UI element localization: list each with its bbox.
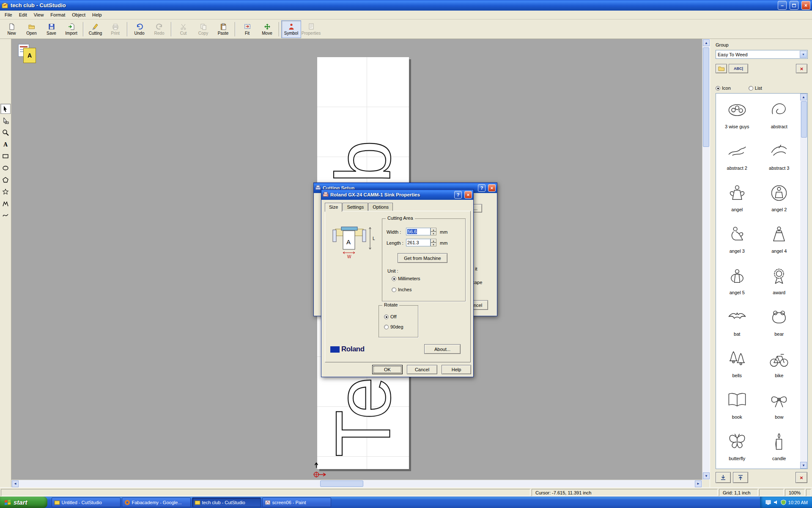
symbol-group-select[interactable]: Easy To Weed ▼ <box>716 50 808 59</box>
rectangle-tool[interactable] <box>0 151 11 161</box>
symbol-item-bat[interactable]: bat <box>716 303 758 344</box>
node-edit-tool[interactable] <box>0 116 11 126</box>
canvas-vertical-scrollbar[interactable]: ▲ ▼ <box>702 39 710 480</box>
zoom-tool[interactable] <box>0 127 11 138</box>
toolbar-button-import[interactable]: Import <box>61 20 81 38</box>
view-icon-radio[interactable]: Icon <box>716 86 731 91</box>
symbol-item-angel-3[interactable]: angel 3 <box>716 220 758 261</box>
vertical-scroll-thumb[interactable] <box>703 47 709 147</box>
menu-view[interactable]: View <box>30 11 47 19</box>
register-symbol-button[interactable] <box>733 472 748 483</box>
taskbar-item-untitled-cutstudio[interactable]: Untitled - CutStudio <box>52 497 121 507</box>
ellipse-tool[interactable] <box>0 163 11 173</box>
scroll-left-icon[interactable]: ◄ <box>12 480 19 487</box>
about-button[interactable]: About... <box>424 344 461 354</box>
length-input[interactable]: 261.3 <box>406 239 431 246</box>
symbol-item-bells[interactable]: bells <box>716 344 758 386</box>
open-symbol-file-button[interactable] <box>716 64 727 73</box>
tray-shield-icon[interactable] <box>781 500 786 505</box>
maximize-button[interactable] <box>790 1 798 10</box>
scroll-right-icon[interactable]: ► <box>695 480 702 487</box>
dialog-close-button[interactable]: × <box>488 184 496 192</box>
toolbar-button-paste[interactable]: Paste <box>213 20 233 38</box>
width-spinner[interactable]: ▲▼ <box>431 228 436 235</box>
toolbar-button-save[interactable]: Save <box>41 20 61 38</box>
tab-settings[interactable]: Settings <box>343 203 368 211</box>
dialog-title-bar[interactable]: Roland GX-24 CAMM-1 Sink Properties ? × <box>321 190 473 200</box>
length-spinner[interactable]: ▲▼ <box>431 239 436 246</box>
scroll-down-icon[interactable]: ▼ <box>703 472 710 479</box>
select-tool[interactable] <box>0 104 11 114</box>
symbol-list-scrollbar[interactable]: ▲ ▼ <box>800 94 807 469</box>
symbol-item-angel-4[interactable]: angel 4 <box>758 220 801 261</box>
delete-symbol-button[interactable]: × <box>796 64 807 73</box>
dialog-close-button[interactable]: × <box>464 191 472 199</box>
insert-text-symbol-button[interactable]: ABC| <box>729 64 748 73</box>
polygon-tool[interactable] <box>0 175 11 185</box>
taskbar-item-tech-club-cutstudio[interactable]: tech club - CutStudio <box>192 497 261 507</box>
symbol-item-3-wise-guys[interactable]: 3 wise guys <box>716 95 758 137</box>
scroll-up-icon[interactable]: ▲ <box>703 39 710 46</box>
scroll-up-icon[interactable]: ▲ <box>800 94 807 100</box>
dialog-help-button[interactable]: ? <box>478 184 486 192</box>
menu-file[interactable]: File <box>1 11 16 19</box>
symbol-item-butterfly[interactable]: butterfly <box>716 427 758 469</box>
symbol-scroll-thumb[interactable] <box>801 101 807 138</box>
inches-radio[interactable]: Inches <box>392 287 411 292</box>
spin-up-icon[interactable]: ▲ <box>431 228 436 232</box>
place-symbol-button[interactable] <box>716 472 731 483</box>
taskbar-item-fabacademy-browser[interactable]: Fabacademy - Google... <box>122 497 191 507</box>
symbol-item-angel[interactable]: angel <box>716 178 758 220</box>
toolbar-button-new[interactable]: New <box>2 20 22 38</box>
toolbar-button-symbol[interactable]: Symbol <box>281 20 301 38</box>
toolbar-button-properties[interactable]: Properties <box>301 20 321 38</box>
toolbar-button-cutting[interactable]: Cutting <box>85 20 105 38</box>
text-tool[interactable]: A <box>0 139 11 149</box>
view-list-radio[interactable]: List <box>749 86 762 91</box>
ok-button[interactable]: OK <box>372 365 403 374</box>
toolbar-button-cut[interactable]: Cut <box>173 20 193 38</box>
get-from-machine-button[interactable]: Get from Machine <box>398 253 447 263</box>
remove-symbol-button[interactable]: × <box>796 472 807 483</box>
menu-object[interactable]: Object <box>69 11 89 19</box>
spin-up-icon[interactable]: ▲ <box>431 239 436 243</box>
minimize-button[interactable]: – <box>778 1 787 10</box>
close-button[interactable]: × <box>801 1 810 10</box>
tab-size[interactable]: Size <box>325 203 342 212</box>
chevron-down-icon[interactable]: ▼ <box>800 51 807 58</box>
taskbar-item-paint[interactable]: screen06 - Paint <box>262 497 331 507</box>
tray-display-icon[interactable] <box>765 500 771 505</box>
menu-help[interactable]: Help <box>89 11 105 19</box>
spin-down-icon[interactable]: ▼ <box>431 243 436 246</box>
horizontal-scroll-thumb[interactable] <box>320 480 363 487</box>
toolbar-button-fit[interactable]: Fit <box>237 20 257 38</box>
help-button[interactable]: Help <box>442 365 471 374</box>
symbol-item-bow[interactable]: bow <box>758 386 801 427</box>
rotate-off-radio[interactable]: Off <box>384 314 396 319</box>
start-button[interactable]: start <box>0 497 47 508</box>
menu-edit[interactable]: Edit <box>16 11 30 19</box>
width-input[interactable]: 56.6 <box>406 228 431 235</box>
toolbar-button-print[interactable]: Print <box>105 20 125 38</box>
curve-tool[interactable] <box>0 210 11 221</box>
toolbar-button-open[interactable]: Open <box>22 20 41 38</box>
spin-down-icon[interactable]: ▼ <box>431 232 436 235</box>
canvas-object-thumbnails[interactable]: A <box>18 44 42 65</box>
resize-grip[interactable] <box>806 489 811 496</box>
canvas-horizontal-scrollbar[interactable]: ◄ ► <box>11 480 702 487</box>
symbol-item-candle[interactable]: candle <box>758 427 801 469</box>
scroll-down-icon[interactable]: ▼ <box>800 462 807 469</box>
toolbar-button-undo[interactable]: Undo <box>129 20 149 38</box>
toolbar-button-redo[interactable]: Redo <box>149 20 169 38</box>
polyline-tool[interactable] <box>0 199 11 209</box>
symbol-item-bike[interactable]: bike <box>758 344 801 386</box>
tab-options[interactable]: Options <box>368 203 393 211</box>
symbol-item-angel-5[interactable]: angel 5 <box>716 261 758 303</box>
toolbar-button-move[interactable]: Move <box>257 20 277 38</box>
menu-format[interactable]: Format <box>47 11 69 19</box>
symbol-item-book[interactable]: book <box>716 386 758 427</box>
toolbar-button-copy[interactable]: Copy <box>193 20 213 38</box>
star-tool[interactable] <box>0 187 11 197</box>
cancel-button[interactable]: Cancel <box>407 365 437 374</box>
symbol-item-award[interactable]: award <box>758 261 801 303</box>
